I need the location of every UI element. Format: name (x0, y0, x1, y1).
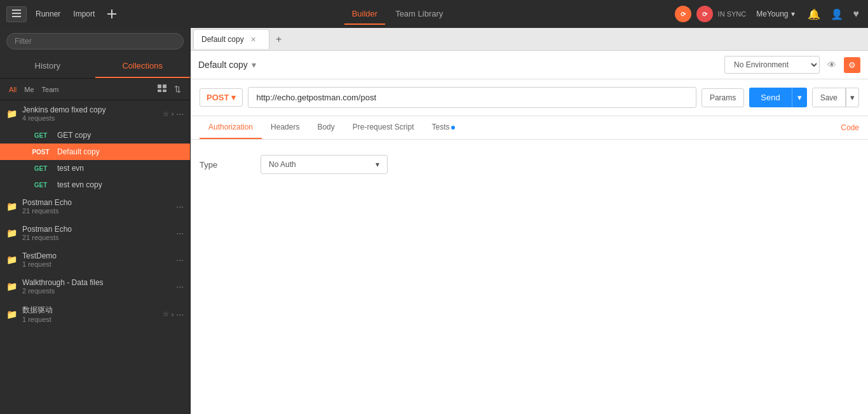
topbar-left: Runner Import (6, 6, 120, 22)
list-item-default-copy[interactable]: POST Default copy (0, 144, 190, 160)
collection-item-testdemo[interactable]: 📁 TestDemo 1 request ··· (0, 246, 190, 273)
folder-actions-jenkins: ☆ › ··· (161, 109, 184, 119)
env-eye-button[interactable]: 👁 (825, 57, 839, 72)
svg-rect-1 (12, 13, 21, 14)
main-content: Default copy ✕ + Default copy ▾ No Envir… (191, 28, 868, 414)
folder-name-chinese: 数据驱动 (22, 305, 156, 316)
notification-icon[interactable]: 🔔 (805, 6, 823, 23)
save-button[interactable]: Save (812, 88, 846, 107)
folder-count-echo1: 21 requests (22, 207, 171, 215)
user-profile-icon[interactable]: 👤 (828, 6, 846, 23)
method-badge-get2: GET (29, 164, 52, 173)
import-button[interactable]: Import (69, 7, 98, 21)
folder-count-chinese: 1 request (22, 316, 156, 323)
url-input[interactable] (248, 87, 696, 108)
tab-default-copy[interactable]: Default copy ✕ (193, 29, 269, 49)
request-name-test-evn-copy: test evn copy (57, 180, 102, 189)
tab-tests[interactable]: Tests (423, 116, 464, 139)
folder-icon-walkthrough: 📁 (6, 281, 17, 291)
tab-pre-request-script[interactable]: Pre-request Script (344, 116, 423, 139)
expand-icon-jenkins[interactable]: › (172, 110, 174, 117)
auth-type-row: Type No Auth ▾ (200, 150, 859, 179)
more-icon-jenkins[interactable]: ··· (176, 109, 184, 119)
save-dropdown-button[interactable]: ▾ (846, 88, 859, 107)
filter-all-button[interactable]: All (6, 84, 19, 95)
environment-select[interactable]: No Environment (724, 56, 820, 74)
folder-actions-testdemo: ··· (176, 255, 184, 265)
send-button[interactable]: Send (749, 88, 791, 107)
auth-type-select[interactable]: No Auth ▾ (261, 155, 388, 174)
collection-item-walkthrough[interactable]: 📁 Walkthrough - Data files 2 requests ··… (0, 273, 190, 300)
folder-count-testdemo: 1 request (22, 260, 171, 268)
team-library-tab[interactable]: Team Library (388, 4, 451, 25)
builder-tab[interactable]: Builder (344, 4, 385, 25)
folder-actions-echo1: ··· (176, 201, 184, 211)
new-collection-button[interactable] (155, 83, 169, 96)
collection-item-jenkins[interactable]: 📁 Jenkins demo fixed copy 4 requests ☆ ›… (0, 100, 190, 127)
auth-panel: Type No Auth ▾ (191, 140, 868, 414)
filter-input[interactable] (6, 33, 184, 50)
filter-buttons: All Me Team (6, 84, 61, 95)
topbar-center: Builder Team Library (125, 4, 669, 25)
sidebar-search-container (0, 28, 190, 55)
filter-me-button[interactable]: Me (22, 84, 36, 95)
sidebar-tab-history[interactable]: History (0, 55, 95, 78)
more-icon-walkthrough[interactable]: ··· (176, 281, 184, 291)
tab-authorization[interactable]: Authorization (200, 116, 262, 139)
more-icon-echo1[interactable]: ··· (176, 201, 184, 211)
topbar-right: ⟳ ⟳ IN SYNC MeYoung ▾ 🔔 👤 ♥ (675, 6, 862, 23)
request-tabs: Authorization Headers Body Pre-request S… (191, 116, 868, 140)
tab-close-button[interactable]: ✕ (250, 36, 256, 44)
folder-info-chinese: 数据驱动 1 request (22, 305, 156, 323)
list-item-test-evn[interactable]: GET test evn (0, 160, 190, 177)
method-badge-get: GET (29, 131, 52, 140)
save-button-group: Save ▾ (812, 88, 859, 107)
tests-dot (451, 126, 455, 130)
send-dropdown-button[interactable]: ▾ (792, 88, 807, 107)
tab-body[interactable]: Body (308, 116, 343, 139)
params-button[interactable]: Params (702, 88, 744, 107)
collection-item-postman-echo-1[interactable]: 📁 Postman Echo 21 requests ··· (0, 193, 190, 220)
collection-title-dropdown[interactable]: ▾ (252, 60, 256, 70)
star-icon-jenkins[interactable]: ☆ (163, 110, 169, 118)
main-layout: History Collections All Me Team ⇅ 📁 (0, 28, 868, 414)
topbar: Runner Import Builder Team Library ⟳ ⟳ I… (0, 0, 868, 28)
method-badge-post: POST (29, 148, 52, 156)
star-icon-chinese[interactable]: ☆ (163, 310, 169, 318)
new-tab-button[interactable] (104, 7, 120, 21)
env-right: No Environment 👁 ⚙ (724, 56, 860, 74)
code-link[interactable]: Code (841, 117, 859, 138)
tab-headers[interactable]: Headers (262, 116, 308, 139)
sidebar-toggle-button[interactable] (6, 6, 27, 22)
more-icon-echo2[interactable]: ··· (176, 228, 184, 238)
folder-count-echo2: 21 requests (22, 234, 171, 241)
heart-icon[interactable]: ♥ (851, 6, 862, 22)
sidebar-tabs: History Collections (0, 55, 190, 79)
folder-info-echo2: Postman Echo 21 requests (22, 225, 171, 241)
list-item-get-copy[interactable]: GET GET copy (0, 127, 190, 144)
collection-item-chinese[interactable]: 📁 数据驱动 1 request ☆ › ··· (0, 300, 190, 328)
svg-rect-4 (107, 13, 116, 15)
collection-item-postman-echo-2[interactable]: 📁 Postman Echo 21 requests ··· (0, 220, 190, 246)
runner-button[interactable]: Runner (32, 7, 64, 21)
sidebar-tab-collections[interactable]: Collections (95, 55, 191, 78)
sort-button[interactable]: ⇅ (172, 83, 184, 96)
env-gear-button[interactable]: ⚙ (844, 57, 860, 73)
method-select[interactable]: POST ▾ (200, 88, 243, 107)
method-value: POST (207, 93, 229, 102)
svg-rect-6 (163, 84, 166, 88)
auth-type-value: No Auth (269, 160, 296, 169)
expand-icon-chinese[interactable]: › (172, 310, 174, 318)
folder-name-testdemo: TestDemo (22, 251, 171, 260)
auth-type-chevron: ▾ (376, 160, 379, 169)
add-tab-button[interactable]: + (271, 31, 287, 48)
list-item-test-evn-copy[interactable]: GET test evn copy (0, 177, 190, 193)
more-icon-testdemo[interactable]: ··· (176, 255, 184, 265)
tab-bar: Default copy ✕ + (191, 28, 868, 51)
folder-info-echo1: Postman Echo 21 requests (22, 198, 171, 215)
filter-team-button[interactable]: Team (39, 84, 62, 95)
more-icon-chinese[interactable]: ··· (176, 309, 184, 319)
user-menu-button[interactable]: MeYoung ▾ (751, 7, 799, 21)
folder-name-walkthrough: Walkthrough - Data files (22, 278, 171, 287)
folder-info-walkthrough: Walkthrough - Data files 2 requests (22, 278, 171, 295)
